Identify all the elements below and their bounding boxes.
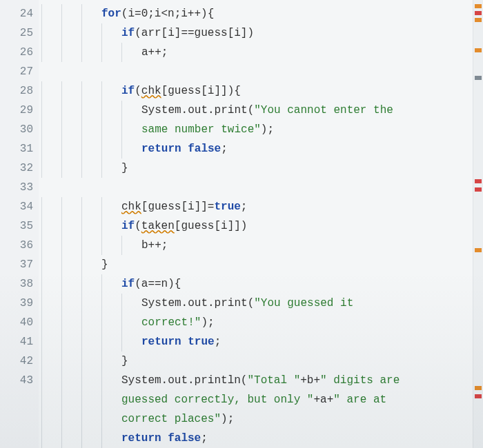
code-token: ); bbox=[201, 316, 214, 329]
code-token: ; bbox=[221, 143, 228, 155]
code-line[interactable]: if(arr[i]==guess[i]) bbox=[41, 23, 483, 43]
code-token: } bbox=[121, 162, 128, 174]
code-token: " digits are bbox=[320, 374, 406, 387]
code-area[interactable]: for(i=0;i<n;i++){if(arr[i]==guess[i])a++… bbox=[39, 0, 483, 448]
code-token: a++; bbox=[141, 46, 168, 59]
code-token: System.out.print( bbox=[141, 297, 254, 309]
indent-guide bbox=[61, 332, 81, 352]
line-number: 27 bbox=[0, 62, 33, 81]
code-line[interactable]: correct!"); bbox=[41, 313, 483, 332]
ruler-mark[interactable] bbox=[475, 4, 482, 8]
ruler-mark[interactable] bbox=[475, 386, 482, 390]
indent-guide bbox=[101, 313, 121, 332]
code-line[interactable]: for(i=0;i<n;i++){ bbox=[41, 4, 483, 23]
indent-guide bbox=[101, 81, 121, 101]
indent-guide bbox=[61, 313, 81, 332]
line-number: 40 bbox=[0, 313, 33, 332]
line-number: 43 bbox=[0, 371, 33, 390]
ruler-mark[interactable] bbox=[475, 187, 482, 192]
indent-guide bbox=[61, 255, 81, 274]
ruler-mark[interactable] bbox=[475, 179, 482, 183]
code-line[interactable]: correct places"); bbox=[41, 409, 483, 429]
indent-guide bbox=[81, 81, 101, 101]
overview-ruler[interactable] bbox=[473, 0, 483, 448]
indent-guide bbox=[101, 159, 121, 178]
indent-guide bbox=[61, 43, 81, 62]
code-editor[interactable]: 2425262728293031323334353637383940414243… bbox=[0, 0, 483, 448]
line-number: 33 bbox=[0, 178, 33, 197]
indent-guide bbox=[81, 332, 101, 352]
code-line[interactable]: if(taken[guess[i]]) bbox=[41, 216, 483, 236]
code-token: same number twice" bbox=[141, 123, 261, 136]
code-token: ( bbox=[135, 220, 141, 232]
indent-guide bbox=[81, 255, 101, 274]
ruler-mark[interactable] bbox=[475, 248, 482, 252]
indent-guide bbox=[61, 274, 81, 294]
indent-guide bbox=[101, 216, 121, 236]
code-token: "Total " bbox=[247, 374, 300, 387]
line-number: 25 bbox=[0, 23, 33, 43]
code-token: b++; bbox=[141, 239, 168, 252]
code-line[interactable]: b++; bbox=[41, 236, 483, 255]
indent-guide bbox=[41, 139, 61, 159]
indent-guide bbox=[101, 274, 121, 294]
line-number: 36 bbox=[0, 236, 33, 255]
indent-guide bbox=[81, 23, 101, 43]
code-token: guessed correctly, but only " bbox=[121, 394, 313, 406]
indent-guide bbox=[41, 236, 61, 255]
code-line[interactable]: } bbox=[41, 255, 483, 274]
indent-guide bbox=[81, 236, 101, 255]
indent-guide bbox=[81, 197, 101, 216]
ruler-mark[interactable] bbox=[475, 11, 482, 15]
indent-guide bbox=[61, 294, 81, 313]
indent-guide bbox=[121, 332, 141, 352]
indent-guide bbox=[101, 390, 121, 409]
code-token: for bbox=[101, 8, 121, 20]
indent-guide bbox=[41, 43, 61, 62]
indent-guide bbox=[81, 371, 101, 390]
code-token: if bbox=[121, 27, 135, 39]
code-token: System.out.print( bbox=[141, 104, 254, 116]
code-line[interactable]: a++; bbox=[41, 43, 483, 62]
indent-guide bbox=[121, 120, 141, 139]
code-token: ); bbox=[261, 123, 274, 136]
code-line[interactable] bbox=[41, 178, 483, 197]
indent-guide bbox=[121, 139, 141, 159]
code-line[interactable]: return true; bbox=[41, 332, 483, 352]
ruler-mark[interactable] bbox=[475, 394, 482, 398]
code-line[interactable]: System.out.print("You cannot enter the bbox=[41, 101, 483, 120]
indent-guide bbox=[81, 409, 101, 429]
indent-guide bbox=[101, 352, 121, 371]
indent-guide bbox=[81, 313, 101, 332]
indent-guide bbox=[61, 101, 81, 120]
indent-guide bbox=[41, 101, 61, 120]
code-line[interactable]: System.out.println("Total "+b+" digits a… bbox=[41, 371, 483, 390]
code-line[interactable]: if(a==n){ bbox=[41, 274, 483, 294]
code-line[interactable]: System.out.print("You guessed it bbox=[41, 294, 483, 313]
indent-guide bbox=[101, 371, 121, 390]
code-token: correct!" bbox=[141, 316, 201, 329]
indent-guide bbox=[41, 332, 61, 352]
indent-guide bbox=[41, 352, 61, 371]
code-line[interactable]: } bbox=[41, 159, 483, 178]
indent-guide bbox=[61, 216, 81, 236]
indent-guide bbox=[61, 81, 81, 101]
code-line[interactable]: same number twice"); bbox=[41, 120, 483, 139]
code-line[interactable]: return false; bbox=[41, 429, 483, 448]
ruler-mark[interactable] bbox=[475, 48, 482, 52]
code-line[interactable]: chk[guess[i]]=true; bbox=[41, 197, 483, 216]
ruler-mark[interactable] bbox=[475, 18, 482, 22]
code-line[interactable]: return false; bbox=[41, 139, 483, 159]
code-line[interactable]: guessed correctly, but only "+a+" are at bbox=[41, 390, 483, 409]
indent-guide bbox=[61, 236, 81, 255]
code-token: ;i<n;i++){ bbox=[148, 8, 214, 20]
indent-guide bbox=[101, 294, 121, 313]
indent-guide bbox=[41, 159, 61, 178]
code-token: [guess[i]]){ bbox=[161, 85, 241, 97]
indent-guide bbox=[121, 101, 141, 120]
code-line[interactable]: if(chk[guess[i]]){ bbox=[41, 81, 483, 101]
code-line[interactable] bbox=[41, 62, 483, 81]
code-token: return true bbox=[141, 336, 215, 348]
code-line[interactable]: } bbox=[41, 352, 483, 371]
ruler-mark[interactable] bbox=[475, 76, 482, 80]
